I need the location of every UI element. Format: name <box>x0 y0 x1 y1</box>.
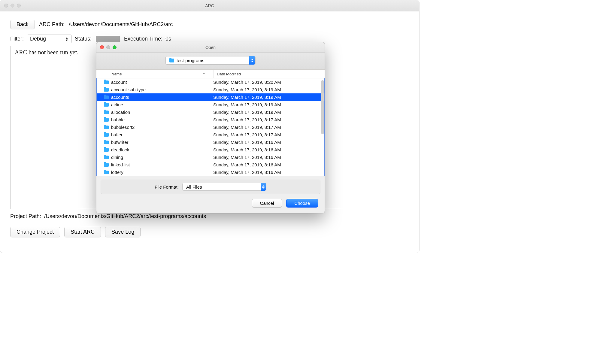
folder-icon <box>104 118 109 122</box>
file-row[interactable]: accountSunday, March 17, 2019, 8:20 AM <box>97 78 324 86</box>
folder-icon <box>104 88 109 92</box>
dialog-buttons: Cancel Choose <box>96 197 325 213</box>
exec-time-value: 0s <box>165 36 171 42</box>
file-date: Sunday, March 17, 2019, 8:16 AM <box>213 140 324 145</box>
file-name: bubblesort2 <box>111 125 213 130</box>
save-log-button[interactable]: Save Log <box>105 227 141 237</box>
folder-icon <box>104 141 109 144</box>
file-name: account <box>111 80 213 85</box>
column-date-label: Date Modified <box>217 72 241 76</box>
filter-label: Filter: <box>10 36 24 42</box>
file-row[interactable]: accountsSunday, March 17, 2019, 8:19 AM <box>97 93 324 101</box>
file-date: Sunday, March 17, 2019, 8:19 AM <box>213 95 324 100</box>
file-row[interactable]: airlineSunday, March 17, 2019, 8:19 AM <box>97 101 324 108</box>
start-arc-button[interactable]: Start ARC <box>64 227 101 237</box>
file-row[interactable]: diningSunday, March 17, 2019, 8:16 AM <box>97 153 324 161</box>
file-name: dining <box>111 155 213 160</box>
top-row: Back ARC Path: /Users/devon/Documents/Gi… <box>10 20 409 29</box>
file-name: airline <box>111 102 213 107</box>
choose-button[interactable]: Choose <box>286 199 318 208</box>
back-button[interactable]: Back <box>10 20 35 29</box>
cancel-button[interactable]: Cancel <box>252 199 282 208</box>
file-name: deadlock <box>111 147 213 152</box>
folder-icon <box>104 171 109 174</box>
file-name: allocation <box>111 110 213 115</box>
file-row[interactable]: account-sub-typeSunday, March 17, 2019, … <box>97 86 324 93</box>
folder-icon <box>169 59 174 62</box>
column-name-label: Name <box>111 72 122 76</box>
folder-icon <box>104 103 109 107</box>
file-format-value: All Files <box>183 184 261 190</box>
folder-icon <box>104 148 109 152</box>
status-indicator <box>96 36 120 42</box>
folder-icon <box>104 96 109 99</box>
status-label: Status: <box>75 36 92 42</box>
file-format-label: File Format: <box>155 184 179 190</box>
updown-icon[interactable] <box>249 56 255 65</box>
action-row: Change Project Start ARC Save Log <box>10 227 409 237</box>
project-path-label: Project Path: <box>10 213 41 220</box>
file-format-select[interactable]: All Files <box>182 183 266 191</box>
sort-ascending-icon: ⌃ <box>203 72 205 76</box>
file-date: Sunday, March 17, 2019, 8:16 AM <box>213 170 324 175</box>
dialog-toolbar: test-programs <box>96 53 325 70</box>
location-value: test-programs <box>177 58 249 63</box>
file-date: Sunday, March 17, 2019, 8:16 AM <box>213 162 324 167</box>
scrollbar[interactable] <box>321 80 324 134</box>
project-path-row: Project Path: /Users/devon/Documents/Git… <box>10 213 409 220</box>
exec-time-label: Execution Time: <box>124 36 162 42</box>
file-date: Sunday, March 17, 2019, 8:17 AM <box>213 132 324 137</box>
file-row[interactable]: bubblesort2Sunday, March 17, 2019, 8:17 … <box>97 123 324 131</box>
file-date: Sunday, March 17, 2019, 8:16 AM <box>213 147 324 152</box>
file-row[interactable]: bufferSunday, March 17, 2019, 8:17 AM <box>97 131 324 138</box>
folder-icon <box>104 133 109 137</box>
file-row[interactable]: lotterySunday, March 17, 2019, 8:16 AM <box>97 168 324 176</box>
file-row[interactable]: bubbleSunday, March 17, 2019, 8:17 AM <box>97 116 324 123</box>
file-name: accounts <box>111 95 213 100</box>
file-row[interactable]: allocationSunday, March 17, 2019, 8:19 A… <box>97 108 324 116</box>
list-header: Name ⌃ Date Modified <box>96 70 325 78</box>
dialog-title: Open <box>96 45 325 50</box>
file-date: Sunday, March 17, 2019, 8:17 AM <box>213 117 324 122</box>
file-name: bufwriter <box>111 140 213 145</box>
file-row[interactable]: bufwriterSunday, March 17, 2019, 8:16 AM <box>97 138 324 146</box>
folder-icon <box>104 126 109 129</box>
updown-icon: ▲▼ <box>65 37 68 41</box>
file-row[interactable]: linked-listSunday, March 17, 2019, 8:16 … <box>97 161 324 168</box>
file-date: Sunday, March 17, 2019, 8:19 AM <box>213 87 324 92</box>
file-name: account-sub-type <box>111 87 213 92</box>
file-browser: Name ⌃ Date Modified accountSunday, Marc… <box>96 70 325 176</box>
file-row[interactable]: deadlockSunday, March 17, 2019, 8:16 AM <box>97 146 324 153</box>
updown-icon[interactable] <box>261 183 266 191</box>
file-date: Sunday, March 17, 2019, 8:20 AM <box>213 80 324 85</box>
file-name: buffer <box>111 132 213 137</box>
change-project-button[interactable]: Change Project <box>10 227 60 237</box>
open-dialog: Open test-programs Name ⌃ Date Modified … <box>96 42 325 213</box>
file-name: lottery <box>111 170 213 175</box>
file-format-bar: File Format: All Files <box>101 180 320 194</box>
folder-icon <box>104 156 109 159</box>
log-text: ARC has not been run yet. <box>15 49 78 56</box>
main-titlebar[interactable]: ARC <box>0 0 419 11</box>
folder-icon <box>104 111 109 114</box>
folder-icon <box>104 163 109 167</box>
file-date: Sunday, March 17, 2019, 8:19 AM <box>213 102 324 107</box>
column-name-header[interactable]: Name ⌃ <box>96 70 214 78</box>
column-date-header[interactable]: Date Modified <box>214 70 325 78</box>
filter-value: Debug <box>30 36 46 42</box>
arc-path-value: /Users/devon/Documents/GitHub/ARC2/arc <box>69 21 173 28</box>
location-select[interactable]: test-programs <box>165 56 256 65</box>
file-date: Sunday, March 17, 2019, 8:17 AM <box>213 125 324 130</box>
file-list[interactable]: accountSunday, March 17, 2019, 8:20 AMac… <box>96 78 325 176</box>
project-path-value: /Users/devon/Documents/GitHub/ARC2/arc/t… <box>44 213 206 220</box>
filter-select[interactable]: Debug ▲▼ <box>27 35 72 43</box>
window-title: ARC <box>0 3 419 8</box>
file-date: Sunday, March 17, 2019, 8:16 AM <box>213 155 324 160</box>
file-date: Sunday, March 17, 2019, 8:19 AM <box>213 110 324 115</box>
folder-icon <box>104 80 109 84</box>
file-name: linked-list <box>111 162 213 167</box>
dialog-titlebar[interactable]: Open <box>96 42 325 53</box>
file-name: bubble <box>111 117 213 122</box>
arc-path-label: ARC Path: <box>39 21 65 28</box>
